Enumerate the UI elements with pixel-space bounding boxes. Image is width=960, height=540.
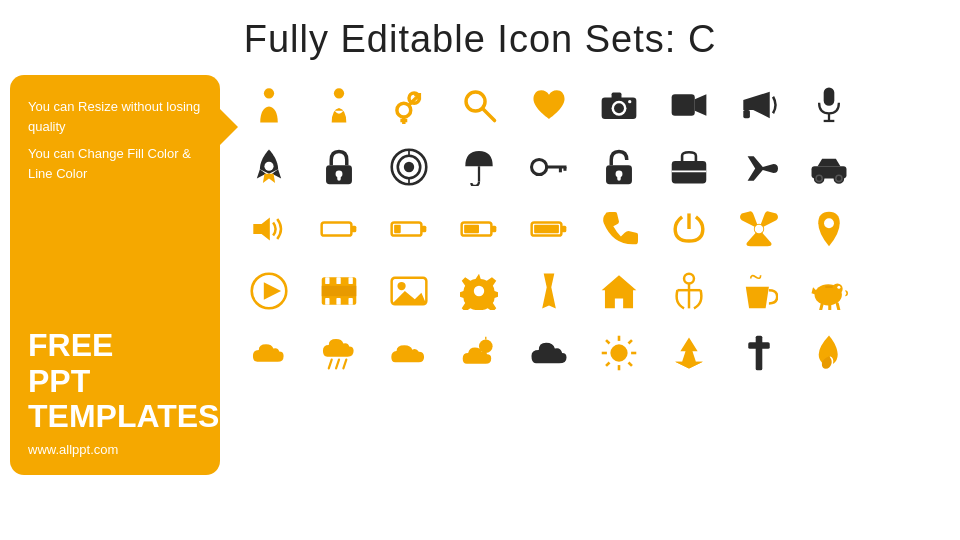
gear-icon (448, 265, 510, 317)
fill-text: You can Change Fill Color & Line Color (28, 144, 202, 183)
svg-rect-88 (825, 286, 833, 288)
page: Fully Editable Icon Sets: C You can Resi… (0, 0, 960, 540)
resize-text: You can Resize without losing quality (28, 97, 202, 136)
battery-low-icon (378, 203, 440, 255)
location-icon (798, 203, 860, 255)
svg-rect-46 (322, 222, 352, 235)
svg-point-27 (404, 162, 414, 172)
svg-point-0 (264, 88, 274, 98)
icon-row-3 (238, 203, 950, 255)
phone-icon (588, 203, 650, 255)
cloud-dark-icon (518, 327, 580, 379)
search-icon (448, 79, 510, 131)
cloud-icon (238, 327, 300, 379)
svg-point-73 (397, 282, 405, 290)
icon-row-4 (238, 265, 950, 317)
content-area: You can Resize without losing quality Yo… (10, 75, 950, 475)
flame-icon (798, 327, 860, 379)
sidebar: You can Resize without losing quality Yo… (10, 75, 220, 475)
video-icon (658, 79, 720, 131)
anchor-icon (658, 265, 720, 317)
piggy-bank-icon (798, 265, 860, 317)
svg-rect-65 (325, 277, 329, 284)
svg-rect-49 (394, 225, 401, 233)
svg-marker-78 (602, 275, 637, 308)
svg-rect-12 (612, 93, 622, 100)
svg-point-44 (837, 176, 842, 181)
svg-rect-24 (337, 174, 340, 181)
svg-rect-50 (421, 226, 426, 233)
gender-icon (378, 79, 440, 131)
svg-rect-53 (491, 226, 496, 233)
unlock-icon (588, 141, 650, 193)
svg-point-76 (474, 286, 484, 296)
recycle-icon (658, 327, 720, 379)
svg-rect-68 (325, 298, 329, 305)
play-icon (238, 265, 300, 317)
svg-marker-77 (542, 274, 556, 309)
svg-rect-52 (464, 225, 479, 233)
power-icon (658, 203, 720, 255)
battery-mid-icon (448, 203, 510, 255)
page-title: Fully Editable Icon Sets: C (244, 18, 717, 61)
svg-marker-15 (695, 94, 707, 115)
svg-rect-66 (336, 277, 340, 284)
megaphone-icon (728, 79, 790, 131)
svg-rect-69 (336, 298, 340, 305)
cloud-sun-icon (448, 327, 510, 379)
tie-icon (518, 265, 580, 317)
cross-icon (728, 327, 790, 379)
svg-point-31 (532, 159, 547, 174)
svg-line-99 (606, 340, 609, 343)
sidebar-bottom: FREEPPTTEMPLATES www.allppt.com (28, 328, 202, 457)
house-icon (588, 265, 650, 317)
heart-icon (518, 79, 580, 131)
lock-icon (308, 141, 370, 193)
svg-rect-55 (534, 225, 559, 233)
svg-line-100 (629, 363, 632, 366)
svg-rect-38 (672, 161, 707, 183)
airplane-icon (728, 141, 790, 193)
speaker-icon (238, 203, 300, 255)
sun-icon (588, 327, 650, 379)
camera-icon (588, 79, 650, 131)
svg-line-101 (629, 340, 632, 343)
svg-point-60 (755, 225, 764, 234)
svg-line-89 (329, 360, 332, 369)
svg-point-83 (832, 283, 843, 294)
rocket-icon (238, 141, 300, 193)
promo-text: FREEPPTTEMPLATES (28, 328, 202, 434)
svg-rect-37 (617, 174, 620, 181)
svg-point-84 (837, 286, 840, 289)
svg-marker-74 (392, 291, 427, 304)
website-text: www.allppt.com (28, 442, 202, 457)
sidebar-top: You can Resize without losing quality Yo… (28, 97, 202, 183)
icons-area (238, 75, 950, 475)
svg-rect-14 (672, 94, 695, 115)
svg-rect-56 (561, 226, 566, 233)
icon-row-1 (238, 79, 950, 131)
man-icon (238, 79, 300, 131)
umbrella-icon (448, 141, 510, 193)
svg-rect-104 (748, 342, 769, 349)
car-icon (798, 141, 860, 193)
svg-point-2 (397, 103, 411, 117)
target-icon (378, 141, 440, 193)
svg-point-11 (614, 103, 624, 113)
svg-point-43 (817, 176, 822, 181)
svg-point-79 (684, 274, 694, 284)
svg-rect-47 (351, 226, 356, 233)
briefcase-icon (658, 141, 720, 193)
svg-line-102 (606, 363, 609, 366)
svg-rect-71 (322, 286, 357, 296)
svg-line-91 (343, 360, 346, 369)
svg-line-90 (336, 360, 339, 369)
svg-point-13 (628, 100, 631, 103)
cloud-rain-icon (308, 327, 370, 379)
icon-row-5 (238, 327, 950, 379)
radiation-icon (728, 203, 790, 255)
sidebar-arrow (216, 105, 238, 149)
film-icon (308, 265, 370, 317)
svg-marker-45 (253, 217, 270, 240)
battery-empty-icon (308, 203, 370, 255)
